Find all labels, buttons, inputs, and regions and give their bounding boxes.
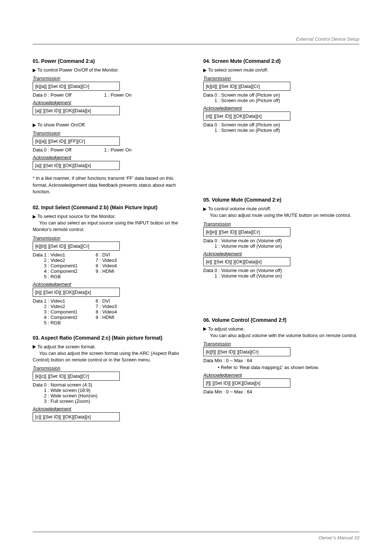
list-item: 1 : Screen mute on (Picture off) [215,127,280,133]
transmission-box: [k][d][ ][Set ID][ ][Data][Cr] [203,82,290,91]
section-05: 05. Volume Mute (Command 2:e) To control… [203,197,359,278]
refer-note: • Refer to ‘Real data mapping1’ as shown… [218,365,359,370]
list-item: 5 : RGB [44,320,61,325]
ack-box: [a][ ][Set ID][ ][OK][Data][x] [33,106,120,115]
transmission-label: Transmission [33,76,189,81]
section-02: 02. Input Select (Command 2:b) (Main Pic… [33,204,189,325]
right-column: 04. Screen Mute (Command 2:d) To select … [203,58,359,431]
section-03-desc-b: You can also adjust the screen format us… [33,351,179,362]
section-06-desc-a: To adjust volume. [208,326,245,332]
list-item: 1 : Screen mute on (Picture off) [215,98,280,103]
list-item: 9 : HDMI [96,315,114,320]
list-item: 0 : Screen mute off (Picture on) [215,122,280,127]
section-01: 01. Power (Command 2:a) To control Power… [33,58,189,195]
list-item: 1 : Volume mute off (Volume on) [215,243,282,249]
header-right-text: External Control Device Setup [33,36,359,42]
ack-label: Acknowledgement [33,406,189,412]
data-line-min-max: Data Min : 0 ~ Max : 64 [203,358,359,363]
section-05-desc-a: To control volume mute on/off. [208,206,271,211]
list-item: 6 : DVI [96,252,110,258]
data-poweron: 1 : Power On [104,92,132,98]
transmission-box: [k][b][ ][Set ID][ ][Data][Cr] [33,242,120,251]
list-item: 7 : Video3 [96,304,117,309]
ack-label: Acknowledgement [33,281,189,287]
data-poweroff-2: Data 0 : Power Off [33,147,72,153]
triangle-icon [33,215,36,219]
data-poweroff: Data 0 : Power Off [33,92,72,98]
list-item: 0 : Screen mute off (Picture on) [215,92,280,98]
bottom-rule [33,532,359,532]
data-poweron-2: 1 : Power On [104,147,132,153]
list-item: 2 : Video2 [44,304,65,309]
triangle-icon [33,69,36,72]
list-item: 5 : RGB [44,274,61,279]
triangle-icon [33,123,36,127]
ack-box: [f][ ][Set ID][ ][OK][Data][x] [203,378,290,388]
section-04: 04. Screen Mute (Command 2:d) To select … [203,58,359,133]
list-item: 0 : Volume mute on (Volume off) [215,238,282,243]
transmission-box-2: [k][a][ ][Set ID][ ][FF][Cr] [33,137,120,146]
list-item: 0 : Normal screen (4:3) [44,382,92,388]
list-item: 7 : Video3 [96,258,117,263]
footer-text: Owner’s Manual 33 [33,535,359,540]
ack-label: Acknowledgement [203,105,359,111]
list-item: 0 : Volume mute on (Volume off) [215,268,282,273]
section-01-title: 01. Power (Command 2:a) [33,58,189,64]
list-item: 3 : Component1 [44,309,78,315]
data-head: Data [203,238,213,243]
section-06: 06. Volume Control (Command 2:f) To adju… [203,317,359,394]
data-head: Data [33,382,42,388]
data-head: Data [33,252,42,258]
list-item: 1 : Video1 [44,252,65,258]
transmission-label: Transmission [33,235,189,241]
list-item: 4 : Component2 [44,315,78,320]
transmission-label: Transmission [203,341,359,347]
section-01-note: * In a like manner, if other functions t… [33,175,189,195]
section-02-desc-b: You can also select an input source usin… [33,220,178,232]
ack-box: [d][ ][Set ID][ ][OK][Data][x] [203,112,290,121]
list-item: 3 : Full screen (Zoom) [44,398,90,404]
ack-label: Acknowledgement [203,251,359,256]
list-item: 1 : Volume mute off (Volume on) [215,273,282,279]
section-05-title: 05. Volume Mute (Command 2:e) [203,197,359,203]
list-item: 6 : DVI [96,298,110,304]
ack-box: [c][ ][Set ID][ ][OK][Data][x] [33,412,120,421]
data-head: Data [203,268,213,273]
section-03-title: 03. Aspect Ratio (Command 2:c) (Main pic… [33,335,189,341]
section-04-title: 04. Screen Mute (Command 2:d) [203,58,359,64]
top-rule [33,44,359,44]
section-02-desc-a: To select input source for the Monitor. [37,214,116,219]
data-head: Data [203,92,213,98]
triangle-icon [203,207,207,211]
section-04-desc: To select screen mute on/off. [208,67,268,73]
list-item: 3 : Component1 [44,263,78,268]
section-01-desc1: To control Power On/Off of the Monitor. [37,67,119,73]
list-item: 2 : Video2 [44,258,65,263]
triangle-icon [203,327,207,331]
transmission-box: [k][f][ ][Set ID][ ][Data][Cr] [203,347,290,356]
ack-box: [b][ ][Set ID][ ][OK][Data][x] [33,288,120,297]
transmission-box: [k][c][ ][Set ID][ ][Data][Cr] [33,372,120,381]
ack-box-2: [a][ ][Set ID][ ][OK][Data][x] [33,161,120,170]
ack-label: Acknowledgement [203,372,359,378]
section-06-desc-b: You can also adjust volume with the volu… [210,333,357,338]
list-item: 8 : Video4 [96,309,117,315]
transmission-label: Transmission [33,365,189,371]
list-item: 2 : Wide screen (Horizon) [44,393,97,398]
data-head: Data [33,298,42,304]
transmission-box: [k][e][ ][Set ID][ ][Data][Cr] [203,227,290,236]
section-03-desc-a: To adjust the screen format. [37,344,95,349]
list-item: 8 : Video4 [96,263,117,268]
triangle-icon [203,69,207,72]
triangle-icon [33,345,36,349]
list-item: 4 : Component2 [44,268,78,274]
transmission-label-2: Transmission [33,130,189,136]
list-item: 1 : Video1 [44,298,65,304]
ack-box: [e][ ][Set ID][ ][OK][Data][x] [203,257,290,266]
ack-label-2: Acknowledgement [33,155,189,160]
section-03: 03. Aspect Ratio (Command 2:c) (Main pic… [33,335,189,422]
transmission-label: Transmission [203,221,359,227]
list-item: 1 : Wide screen (16:9) [44,388,90,393]
section-05-desc-b: You can also adjust mute using the MUTE … [210,212,351,218]
list-item: 9 : HDMI [96,268,114,274]
